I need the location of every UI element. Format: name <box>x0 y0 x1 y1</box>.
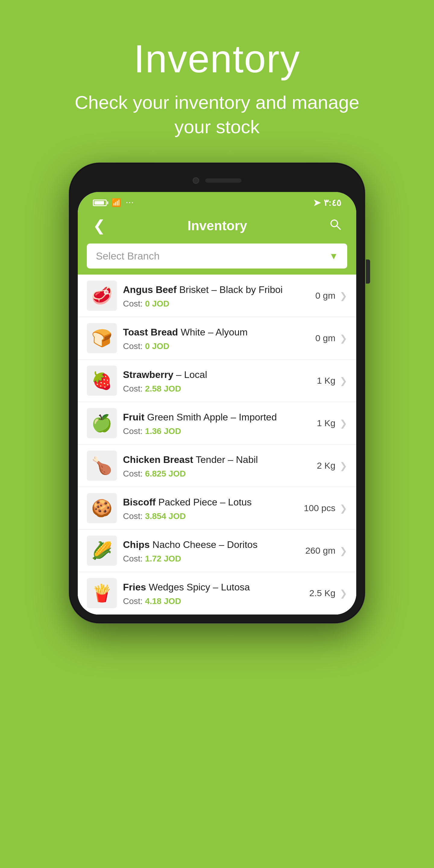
item-quantity: 2.5 Kg <box>309 588 336 598</box>
cost-label: Cost: <box>123 299 145 308</box>
cost-value: 3.854 JOD <box>145 512 186 521</box>
item-name-rest: Green Smith Apple – Imported <box>144 412 277 423</box>
item-cost: Cost: 1.36 JOD <box>123 427 311 436</box>
inventory-item-4[interactable]: 🍏 Fruit Green Smith Apple – Imported Cos… <box>78 402 356 444</box>
item-cost: Cost: 1.72 JOD <box>123 554 299 564</box>
item-name-bold: Biscoff <box>123 497 156 507</box>
item-cost: Cost: 6.825 JOD <box>123 469 311 478</box>
item-chevron-icon: ❯ <box>340 375 347 386</box>
back-button[interactable]: ❮ <box>93 217 105 235</box>
item-name-bold: Angus Beef <box>123 284 177 295</box>
cost-label: Cost: <box>123 554 145 563</box>
item-name: Angus Beef Brisket – Black by Friboi <box>123 283 309 297</box>
inventory-item-8[interactable]: 🍟 Fries Wedges Spicy – Lutosa Cost: 4.18… <box>78 572 356 615</box>
svg-line-1 <box>337 226 340 229</box>
item-chevron-icon: ❯ <box>340 290 347 301</box>
item-quantity: 1 Kg <box>317 418 336 428</box>
item-name-bold: Fries <box>123 582 146 592</box>
item-name-bold: Toast Bread <box>123 327 178 338</box>
inventory-item-1[interactable]: 🥩 Angus Beef Brisket – Black by Friboi C… <box>78 275 356 317</box>
item-info: Toast Bread White – Alyoum Cost: 0 JOD <box>123 326 309 351</box>
status-left: 📶 ··· <box>93 198 134 207</box>
header-section: Inventory Check your inventory and manag… <box>66 36 368 139</box>
item-cost: Cost: 0 JOD <box>123 341 309 351</box>
item-info: Strawberry – Local Cost: 2.58 JOD <box>123 368 311 394</box>
navigation-icon: ➤ <box>313 197 321 208</box>
item-right: 260 gm ❯ <box>305 546 347 556</box>
item-name: Biscoff Packed Piece – Lotus <box>123 495 298 509</box>
item-image: 🥩 <box>87 281 117 311</box>
page-title: Inventory <box>66 36 368 82</box>
item-info: Chicken Breast Tender – Nabil Cost: 6.82… <box>123 453 311 478</box>
inventory-item-5[interactable]: 🍗 Chicken Breast Tender – Nabil Cost: 6.… <box>78 444 356 487</box>
cost-label: Cost: <box>123 596 145 606</box>
cost-label: Cost: <box>123 341 145 351</box>
item-cost: Cost: 2.58 JOD <box>123 384 311 394</box>
cost-value: 1.36 JOD <box>145 427 181 436</box>
side-button <box>366 259 370 284</box>
cost-label: Cost: <box>123 469 145 478</box>
item-quantity: 1 Kg <box>317 375 336 386</box>
item-right: 1 Kg ❯ <box>317 375 347 386</box>
item-name-rest: Tender – Nabil <box>193 454 258 465</box>
inventory-item-2[interactable]: 🍞 Toast Bread White – Alyoum Cost: 0 JOD… <box>78 317 356 360</box>
cost-value: 6.825 JOD <box>145 469 186 478</box>
item-image: 🍗 <box>87 451 117 481</box>
item-chevron-icon: ❯ <box>340 588 347 598</box>
branch-section: Select Branch ▼ <box>78 244 356 275</box>
item-info: Fruit Green Smith Apple – Imported Cost:… <box>123 410 311 436</box>
item-name: Fries Wedges Spicy – Lutosa <box>123 581 303 594</box>
item-name-rest: Brisket – Black by Friboi <box>177 284 283 295</box>
item-chevron-icon: ❯ <box>340 461 347 471</box>
item-info: Biscoff Packed Piece – Lotus Cost: 3.854… <box>123 495 298 521</box>
inventory-item-3[interactable]: 🍓 Strawberry – Local Cost: 2.58 JOD 1 Kg… <box>78 360 356 402</box>
page-subtitle: Check your inventory and manage your sto… <box>66 90 368 139</box>
item-right: 100 pcs ❯ <box>304 503 347 514</box>
item-name: Chips Nacho Cheese – Doritos <box>123 538 299 552</box>
speaker <box>205 179 241 183</box>
item-name-rest: Nacho Cheese – Doritos <box>150 539 258 550</box>
cost-value: 0 JOD <box>145 299 169 308</box>
item-name-bold: Fruit <box>123 412 144 423</box>
item-right: 0 gm ❯ <box>315 290 347 301</box>
item-name-rest: – Local <box>173 369 207 380</box>
branch-placeholder: Select Branch <box>96 250 160 262</box>
app-header: ❮ Inventory <box>78 211 356 244</box>
item-chevron-icon: ❯ <box>340 503 347 514</box>
item-chevron-icon: ❯ <box>340 333 347 344</box>
phone-screen: 📶 ··· ➤ ٣:٤٥ ❮ Inventory <box>78 192 356 615</box>
branch-select[interactable]: Select Branch ▼ <box>87 244 347 269</box>
item-quantity: 100 pcs <box>304 503 336 513</box>
status-bar: 📶 ··· ➤ ٣:٤٥ <box>78 192 356 211</box>
item-name: Chicken Breast Tender – Nabil <box>123 453 311 467</box>
item-cost: Cost: 0 JOD <box>123 299 309 309</box>
item-quantity: 0 gm <box>315 290 336 301</box>
cost-value: 4.18 JOD <box>145 596 181 606</box>
item-name-rest: White – Alyoum <box>178 327 248 338</box>
item-image: 🌽 <box>87 535 117 566</box>
item-name: Strawberry – Local <box>123 368 311 381</box>
cost-label: Cost: <box>123 512 145 521</box>
phone-mockup: 📶 ··· ➤ ٣:٤٥ ❮ Inventory <box>59 163 375 623</box>
battery-icon <box>93 199 107 206</box>
status-right: ➤ ٣:٤٥ <box>313 197 341 208</box>
item-info: Fries Wedges Spicy – Lutosa Cost: 4.18 J… <box>123 581 303 606</box>
item-image: 🍪 <box>87 493 117 523</box>
search-button[interactable] <box>329 218 341 233</box>
inventory-list: 🥩 Angus Beef Brisket – Black by Friboi C… <box>78 275 356 615</box>
inventory-item-7[interactable]: 🌽 Chips Nacho Cheese – Doritos Cost: 1.7… <box>78 530 356 572</box>
item-name-rest: Packed Piece – Lotus <box>156 497 251 507</box>
battery-fill <box>94 201 104 205</box>
inventory-item-6[interactable]: 🍪 Biscoff Packed Piece – Lotus Cost: 3.8… <box>78 487 356 530</box>
item-image: 🍞 <box>87 323 117 353</box>
cost-label: Cost: <box>123 427 145 436</box>
cost-value: 0 JOD <box>145 341 169 351</box>
item-name-bold: Strawberry <box>123 369 173 380</box>
phone-outer: 📶 ··· ➤ ٣:٤٥ ❮ Inventory <box>69 163 365 623</box>
camera <box>193 177 199 184</box>
item-right: 1 Kg ❯ <box>317 418 347 429</box>
item-name: Fruit Green Smith Apple – Imported <box>123 410 311 424</box>
phone-notch <box>78 172 356 190</box>
item-cost: Cost: 4.18 JOD <box>123 596 303 606</box>
dots-icon: ··· <box>126 199 134 207</box>
